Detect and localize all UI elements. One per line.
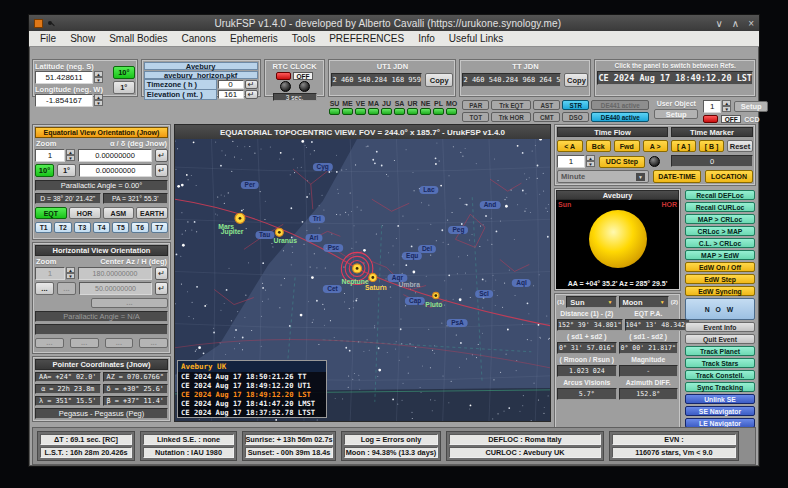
- action-sync-tracking-button[interactable]: Sync Tracking: [685, 382, 755, 392]
- planet-led-ne[interactable]: [420, 108, 431, 115]
- action-track-constell-button[interactable]: Track Constell.: [685, 370, 755, 380]
- rtc-knob-left[interactable]: [280, 81, 291, 92]
- rtc-knob-right[interactable]: [299, 81, 310, 92]
- time-step-value[interactable]: 1: [557, 155, 585, 168]
- minimize-button[interactable]: ∨: [716, 18, 723, 29]
- site-name[interactable]: Avebury: [144, 62, 258, 70]
- t-button-t7[interactable]: T7: [151, 222, 168, 233]
- step-10deg-button[interactable]: 10°: [113, 66, 135, 79]
- longitude-input-value[interactable]: -1.854167: [35, 94, 93, 107]
- action-recall-defloc-button[interactable]: Recall DEFLoc: [685, 190, 755, 200]
- marker-reset-button[interactable]: Reset: [727, 140, 753, 152]
- time-unit-value[interactable]: Minute: [561, 172, 585, 181]
- scope-setup-button[interactable]: Setup: [734, 101, 768, 112]
- t-button-t2[interactable]: T2: [54, 222, 71, 233]
- time-nav-fwd-button[interactable]: Fwd: [614, 140, 640, 152]
- spinner-down-icon[interactable]: ▼: [94, 100, 103, 106]
- action-c-l-crloc-button[interactable]: C.L. > CRLoc: [685, 238, 755, 248]
- t-button-t3[interactable]: T3: [74, 222, 91, 233]
- action-n-o-w-button[interactable]: N O W: [685, 298, 755, 320]
- pair-select-1-value[interactable]: Sun: [570, 298, 584, 307]
- spinner-down-icon[interactable]: ▼: [66, 273, 75, 279]
- ccd-led[interactable]: [703, 115, 718, 123]
- eqt-zoom-input[interactable]: 1▲▼: [35, 149, 75, 162]
- close-button[interactable]: ×: [748, 18, 754, 29]
- menu-item-show[interactable]: Show: [63, 33, 102, 44]
- elevation-input[interactable]: 161: [218, 90, 244, 99]
- action-edw-on-off-button[interactable]: EdW On / Off: [685, 262, 755, 272]
- action-unlink-se-button[interactable]: Unlink SE: [685, 394, 755, 404]
- hor-zoom-input[interactable]: 1▲▼: [35, 267, 75, 280]
- eqt-10deg-button[interactable]: 10°: [35, 164, 54, 177]
- ut1-copy-button[interactable]: Copy: [425, 73, 453, 87]
- sun-render-panel[interactable]: SunHOR: [556, 200, 679, 278]
- action-map-crloc-button[interactable]: MAP > CRLoc: [685, 214, 755, 224]
- time-nav-fwd-a-button[interactable]: A >: [643, 140, 669, 152]
- pair-select-2[interactable]: Moon▼: [619, 296, 669, 308]
- hor-bottom-dots-2[interactable]: ...: [70, 338, 99, 348]
- maximize-button[interactable]: ∧: [732, 18, 739, 29]
- date-time-button[interactable]: DATE-TIME: [653, 170, 701, 183]
- location-button[interactable]: LOCATION: [705, 170, 753, 183]
- planet-led-sa[interactable]: [394, 108, 405, 115]
- scope-index[interactable]: 1▲▼: [703, 100, 731, 113]
- time-knob[interactable]: [649, 156, 660, 167]
- action-crloc-map-button[interactable]: CRLoc > MAP: [685, 226, 755, 236]
- marker-a-button[interactable]: [ A ]: [671, 140, 696, 152]
- menu-item-tools[interactable]: Tools: [285, 33, 322, 44]
- action-edw-syncing-button[interactable]: EdW Syncing: [685, 286, 755, 296]
- action-track-planet-button[interactable]: Track Planet: [685, 346, 755, 356]
- hor-dots-button-1[interactable]: ...: [35, 282, 54, 295]
- t-button-t4[interactable]: T4: [93, 222, 110, 233]
- latitude-input[interactable]: 51.428611▲▼: [35, 71, 111, 84]
- sun-view-header[interactable]: Avebury: [556, 190, 679, 200]
- t-button-t6[interactable]: T6: [131, 222, 148, 233]
- tt-copy-button[interactable]: Copy: [564, 73, 588, 87]
- eqt-dec-enter-button[interactable]: ↵: [155, 164, 168, 177]
- planet-led-mo[interactable]: [446, 108, 457, 115]
- menu-item-file[interactable]: File: [33, 33, 63, 44]
- planet-led-me[interactable]: [342, 108, 353, 115]
- hor-h-input[interactable]: 50.00000000: [79, 282, 152, 295]
- refs-group[interactable]: Click the panel to switch between Refs.C…: [594, 59, 756, 97]
- menu-item-ephemeris[interactable]: Ephemeris: [223, 33, 285, 44]
- eqt-zoom-input-value[interactable]: 1: [35, 149, 65, 162]
- menu-item-useful-links[interactable]: Useful Links: [442, 33, 510, 44]
- marker-b-button[interactable]: [ B ]: [699, 140, 724, 152]
- action-se-navigator-button[interactable]: SE Navigator: [685, 406, 755, 416]
- eqt-dec-input[interactable]: 0.00000000: [79, 164, 152, 177]
- mode-hor-button[interactable]: HOR: [69, 207, 101, 219]
- hor-bottom-dots-3[interactable]: ...: [105, 338, 134, 348]
- planet-led-ju[interactable]: [381, 108, 392, 115]
- planet-led-pl[interactable]: [433, 108, 444, 115]
- t-button-t1[interactable]: T1: [35, 222, 52, 233]
- hor-bottom-dots-1[interactable]: ...: [35, 338, 64, 348]
- time-step[interactable]: 1▲▼: [557, 155, 595, 168]
- action-map-edw-button[interactable]: MAP > EdW: [685, 250, 755, 260]
- action-recall-curloc-button[interactable]: Recall CURLoc: [685, 202, 755, 212]
- time-unit-select[interactable]: Minute▼: [557, 170, 649, 183]
- spinner-down-icon[interactable]: ▼: [66, 155, 75, 161]
- toggle-ast[interactable]: AST: [533, 100, 560, 110]
- action-edw-step-button[interactable]: EdW Step: [685, 274, 755, 284]
- equatorial-header[interactable]: Equatorial View Orientation (Jnow): [35, 127, 168, 138]
- toggle-str[interactable]: STR: [562, 100, 589, 110]
- timezone-enter-button[interactable]: ↵: [245, 80, 258, 89]
- menu-item-small-bodies[interactable]: Small Bodies: [102, 33, 174, 44]
- hor-h-enter-button[interactable]: ↵: [155, 282, 168, 295]
- pair-select-2-value[interactable]: Moon: [623, 298, 643, 307]
- action-quit-event-button[interactable]: Quit Event: [685, 334, 755, 344]
- latitude-input-value[interactable]: 51.428611: [35, 71, 93, 84]
- toggle-trk-eqt[interactable]: Trk EQT: [491, 100, 531, 110]
- eqt-ra-input[interactable]: 0.00000000: [78, 149, 152, 162]
- horizon-file[interactable]: avebury_horizon.pkf: [144, 71, 258, 79]
- udc-step-button[interactable]: UDC Step: [599, 156, 645, 168]
- planet-led-su[interactable]: [329, 108, 340, 115]
- eqt-ra-enter-button[interactable]: ↵: [155, 149, 168, 162]
- hor-az-enter-button[interactable]: ↵: [155, 267, 168, 280]
- menu-item-canons[interactable]: Canons: [175, 33, 223, 44]
- longitude-input[interactable]: -1.854167▲▼: [35, 94, 111, 107]
- toggle-tot[interactable]: TOT: [462, 112, 489, 122]
- spinner-down-icon[interactable]: ▼: [94, 77, 103, 83]
- refs-datetime[interactable]: CE 2024 Aug 17 18:49:12.20 LST: [597, 71, 753, 85]
